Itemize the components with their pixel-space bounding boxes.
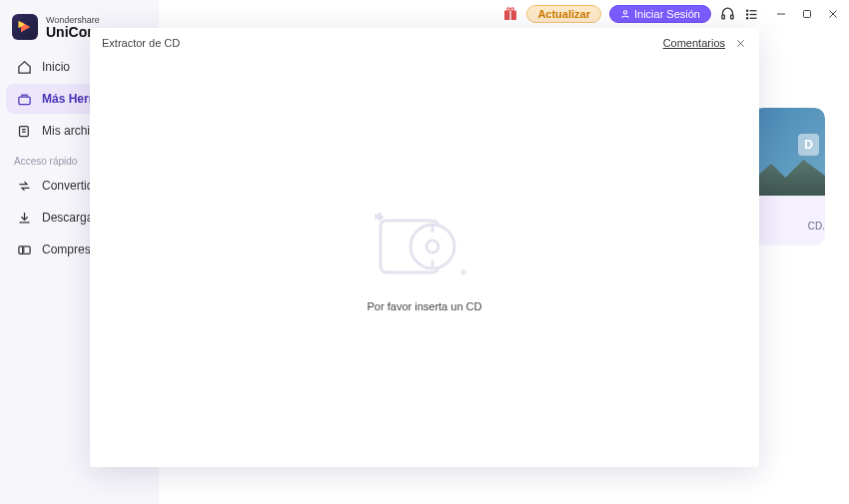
update-label: Actualizar (537, 8, 590, 20)
svg-rect-11 (721, 15, 724, 19)
insert-cd-icon: ✦ ✦ (375, 213, 474, 274)
sidebar-item-label: Inicio (42, 60, 70, 74)
toolbox-icon (16, 91, 32, 107)
svg-point-10 (623, 11, 626, 14)
svg-point-15 (746, 13, 747, 14)
support-icon[interactable] (719, 6, 735, 22)
svg-point-17 (746, 17, 747, 18)
card-thumbnail: D (753, 108, 825, 196)
window-controls (773, 6, 841, 22)
topbar: Actualizar Iniciar Sesión (159, 0, 849, 26)
home-icon (16, 59, 32, 75)
login-label: Iniciar Sesión (634, 8, 700, 20)
minimize-icon[interactable] (773, 6, 789, 22)
modal-title: Extractor de CD (102, 37, 180, 49)
user-icon (620, 9, 630, 19)
svg-text:✦: ✦ (375, 213, 387, 226)
svg-text:✦: ✦ (458, 265, 468, 279)
svg-rect-12 (730, 15, 733, 19)
modal-close-icon[interactable] (733, 36, 747, 50)
card-tag: D (798, 134, 819, 156)
convert-icon (16, 178, 32, 194)
close-icon[interactable] (825, 6, 841, 22)
maximize-icon[interactable] (799, 6, 815, 22)
svg-point-13 (746, 10, 747, 11)
modal-body: ✦ ✦ Por favor inserta un CD (90, 58, 759, 467)
svg-point-9 (511, 8, 514, 11)
svg-rect-0 (18, 97, 29, 105)
menu-icon[interactable] (743, 6, 759, 22)
files-icon (16, 123, 32, 139)
modal-message: Por favor inserta un CD (368, 300, 482, 312)
svg-point-8 (507, 8, 510, 11)
background-card: D CD. (753, 108, 825, 246)
compress-icon (16, 242, 32, 257)
feedback-link[interactable]: Comentarios (663, 37, 725, 49)
modal-header: Extractor de CD Comentarios (90, 28, 759, 58)
svg-rect-20 (804, 11, 811, 18)
card-desc: CD. (808, 221, 825, 232)
svg-rect-7 (510, 11, 511, 20)
brand-logo (12, 14, 38, 40)
cd-extractor-modal: Extractor de CD Comentarios ✦ (90, 28, 759, 467)
login-button[interactable]: Iniciar Sesión (609, 5, 711, 23)
update-button[interactable]: Actualizar (526, 5, 601, 23)
gift-icon[interactable] (502, 6, 518, 22)
download-icon (16, 210, 32, 226)
